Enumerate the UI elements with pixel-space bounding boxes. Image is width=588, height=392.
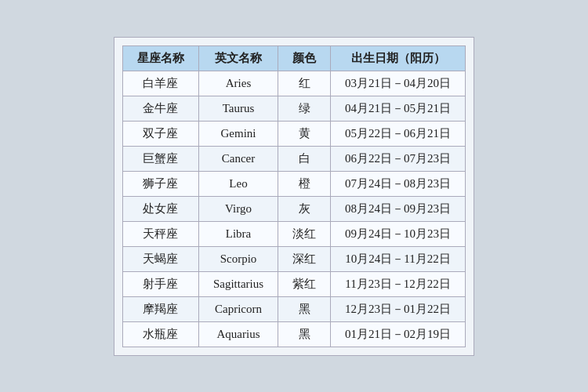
table-header-row: 星座名称英文名称颜色出生日期（阳历） <box>122 45 465 71</box>
cell-0-1: Aries <box>198 71 278 96</box>
cell-5-3: 08月24日－09月23日 <box>331 196 466 221</box>
cell-3-2: 白 <box>278 146 331 171</box>
cell-2-1: Gemini <box>198 121 278 146</box>
cell-8-1: Sagittarius <box>198 271 278 296</box>
cell-9-1: Capricorn <box>198 296 278 321</box>
cell-3-3: 06月22日－07月23日 <box>331 146 466 171</box>
cell-5-1: Virgo <box>198 196 278 221</box>
table-row: 狮子座Leo橙07月24日－08月23日 <box>122 171 465 196</box>
header-col-1: 英文名称 <box>198 45 278 71</box>
table-row: 摩羯座Capricorn黑12月23日－01月22日 <box>122 296 465 321</box>
cell-7-1: Scorpio <box>198 246 278 271</box>
cell-6-1: Libra <box>198 221 278 246</box>
cell-10-1: Aquarius <box>198 321 278 347</box>
cell-2-3: 05月22日－06月21日 <box>331 121 466 146</box>
cell-10-0: 水瓶座 <box>122 321 198 347</box>
table-row: 白羊座Aries红03月21日－04月20日 <box>122 71 465 96</box>
cell-9-0: 摩羯座 <box>122 296 198 321</box>
cell-7-0: 天蝎座 <box>122 246 198 271</box>
header-col-3: 出生日期（阳历） <box>331 45 466 71</box>
cell-10-2: 黑 <box>278 321 331 347</box>
cell-5-2: 灰 <box>278 196 331 221</box>
table-row: 水瓶座Aquarius黑01月21日－02月19日 <box>122 321 465 347</box>
header-col-2: 颜色 <box>278 45 331 71</box>
cell-1-3: 04月21日－05月21日 <box>331 96 466 121</box>
cell-2-2: 黄 <box>278 121 331 146</box>
table-row: 金牛座Taurus绿04月21日－05月21日 <box>122 96 465 121</box>
table-row: 天秤座Libra淡红09月24日－10月23日 <box>122 221 465 246</box>
cell-4-3: 07月24日－08月23日 <box>331 171 466 196</box>
cell-0-3: 03月21日－04月20日 <box>331 71 466 96</box>
table-row: 射手座Sagittarius紫红11月23日－12月22日 <box>122 271 465 296</box>
cell-6-2: 淡红 <box>278 221 331 246</box>
cell-7-3: 10月24日－11月22日 <box>331 246 466 271</box>
zodiac-table: 星座名称英文名称颜色出生日期（阳历） 白羊座Aries红03月21日－04月20… <box>122 45 466 347</box>
cell-5-0: 处女座 <box>122 196 198 221</box>
table-row: 天蝎座Scorpio深红10月24日－11月22日 <box>122 246 465 271</box>
table-body: 白羊座Aries红03月21日－04月20日金牛座Taurus绿04月21日－0… <box>122 71 465 347</box>
cell-8-2: 紫红 <box>278 271 331 296</box>
cell-4-0: 狮子座 <box>122 171 198 196</box>
cell-4-1: Leo <box>198 171 278 196</box>
table-row: 双子座Gemini黄05月22日－06月21日 <box>122 121 465 146</box>
cell-7-2: 深红 <box>278 246 331 271</box>
cell-1-2: 绿 <box>278 96 331 121</box>
table-row: 巨蟹座Cancer白06月22日－07月23日 <box>122 146 465 171</box>
cell-9-3: 12月23日－01月22日 <box>331 296 466 321</box>
cell-4-2: 橙 <box>278 171 331 196</box>
cell-6-0: 天秤座 <box>122 221 198 246</box>
cell-1-1: Taurus <box>198 96 278 121</box>
cell-3-1: Cancer <box>198 146 278 171</box>
header-col-0: 星座名称 <box>122 45 198 71</box>
cell-2-0: 双子座 <box>122 121 198 146</box>
cell-3-0: 巨蟹座 <box>122 146 198 171</box>
cell-0-2: 红 <box>278 71 331 96</box>
cell-1-0: 金牛座 <box>122 96 198 121</box>
cell-9-2: 黑 <box>278 296 331 321</box>
cell-8-3: 11月23日－12月22日 <box>331 271 466 296</box>
cell-10-3: 01月21日－02月19日 <box>331 321 466 347</box>
table-row: 处女座Virgo灰08月24日－09月23日 <box>122 196 465 221</box>
cell-0-0: 白羊座 <box>122 71 198 96</box>
zodiac-table-container: 星座名称英文名称颜色出生日期（阳历） 白羊座Aries红03月21日－04月20… <box>114 37 474 356</box>
cell-6-3: 09月24日－10月23日 <box>331 221 466 246</box>
cell-8-0: 射手座 <box>122 271 198 296</box>
